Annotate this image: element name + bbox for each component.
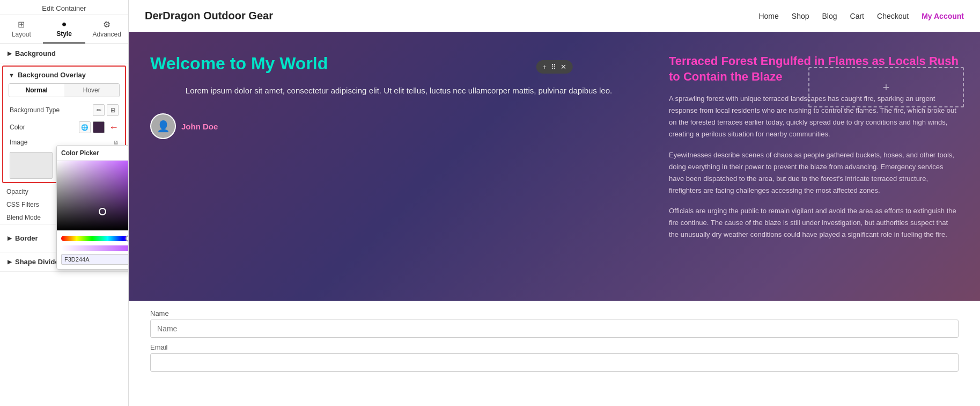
color-globe-btn[interactable]: 🌐 <box>79 121 91 133</box>
background-arrow: ▶ <box>8 50 12 56</box>
bg-type-grid-btn[interactable]: ⊞ <box>107 104 119 116</box>
tab-layout[interactable]: ⊞ Layout <box>0 15 43 44</box>
nav-link-home[interactable]: Home <box>758 12 778 20</box>
hero-section: + ⠿ ✕ + Welcome to My World Lorem ipsum … <box>129 32 980 301</box>
empty-container-plus[interactable]: + <box>883 81 890 95</box>
author-name: John Doe <box>181 122 218 131</box>
advanced-icon: ⚙ <box>85 19 128 30</box>
nav-link-shop[interactable]: Shop <box>792 12 809 20</box>
color-arrow-indicator: ← <box>109 122 119 133</box>
author-avatar: 👤 <box>150 113 176 139</box>
tab-advanced[interactable]: ⚙ Advanced <box>85 15 128 44</box>
email-input[interactable] <box>150 353 959 372</box>
article-body-2: Eyewitnesses describe scenes of chaos as… <box>669 149 959 197</box>
form-section: Name Email <box>129 301 980 406</box>
toolbar-plus[interactable]: + <box>542 63 547 71</box>
bg-type-label: Background Type <box>10 106 93 114</box>
color-label: Color <box>10 124 79 131</box>
monitor-icon: 🖥 <box>113 140 119 146</box>
nav-link-checkout[interactable]: Checkout <box>877 12 909 20</box>
toolbar-close[interactable]: ✕ <box>561 63 566 71</box>
empty-container-box[interactable]: + <box>808 67 964 107</box>
toolbar-move[interactable]: ⠿ <box>551 63 556 71</box>
overlay-arrow: ▼ <box>9 72 14 78</box>
article-body-3: Officials are urging the public to remai… <box>669 205 959 241</box>
color-swatch[interactable] <box>93 121 105 133</box>
hero-left-col: Welcome to My World Lorem ipsum dolor si… <box>150 48 647 285</box>
email-form-group: Email <box>150 343 959 372</box>
name-input[interactable] <box>150 320 959 338</box>
nav-link-myaccount[interactable]: My Account <box>922 12 964 20</box>
cp-alpha-row <box>61 245 129 251</box>
navbar-links: Home Shop Blog Cart Checkout My Account <box>758 12 964 20</box>
cp-hue-row <box>61 234 129 243</box>
cp-hex-row: HEXA RGBA HSLA <box>61 254 129 265</box>
tab-style[interactable]: ● Style <box>43 15 86 44</box>
tab-hover[interactable]: Hover <box>64 84 120 97</box>
background-section: ▶ Background <box>0 44 128 63</box>
navbar-brand: DerDragon Outdoor Gear <box>145 10 758 22</box>
email-label: Email <box>150 343 959 351</box>
opacity-label: Opacity <box>6 188 56 195</box>
name-form-group: Name <box>150 309 959 338</box>
cp-gradient-dark <box>57 161 129 230</box>
cp-hue-thumb[interactable] <box>126 235 129 242</box>
hero-author: 👤 John Doe <box>150 113 647 139</box>
left-panel: Edit Container ⊞ Layout ● Style ⚙ Advanc… <box>0 0 129 406</box>
nav-link-cart[interactable]: Cart <box>850 12 864 20</box>
background-section-header[interactable]: ▶ Background <box>0 44 128 63</box>
cp-header: Color Picker ↺ + 🗑 ✏ <box>57 146 129 161</box>
floating-toolbar: + ⠿ ✕ <box>536 60 573 74</box>
hero-body-text: Lorem ipsum dolor sit amet, consectetur … <box>150 84 647 97</box>
shape-divider-arrow: ▶ <box>8 259 12 265</box>
main-content: DerDragon Outdoor Gear Home Shop Blog Ca… <box>129 0 980 406</box>
cp-gradient[interactable] <box>57 161 129 230</box>
cp-cursor[interactable] <box>99 208 106 215</box>
bg-type-row: Background Type ✏ ⊞ <box>3 102 125 119</box>
nav-link-blog[interactable]: Blog <box>822 12 837 20</box>
navbar: DerDragon Outdoor Gear Home Shop Blog Ca… <box>129 0 980 32</box>
cp-hex-input[interactable] <box>61 254 129 265</box>
normal-hover-tabs: Normal Hover <box>9 83 120 97</box>
image-placeholder <box>10 152 53 179</box>
color-controls: 🌐 ← <box>79 121 119 133</box>
background-overlay-header[interactable]: ▼ Background Overlay <box>3 67 125 83</box>
cp-alpha-slider[interactable] <box>61 245 129 251</box>
layout-icon: ⊞ <box>0 19 43 30</box>
bg-type-controls: ✏ ⊞ <box>93 104 119 116</box>
border-arrow: ▶ <box>8 235 12 241</box>
hero-title: Welcome to My World <box>150 54 647 74</box>
cp-hue-slider[interactable] <box>61 236 129 241</box>
color-picker-popup: Color Picker ↺ + 🗑 ✏ <box>56 145 129 270</box>
name-label: Name <box>150 309 959 317</box>
panel-header: Edit Container <box>0 0 128 15</box>
tab-normal[interactable]: Normal <box>9 84 64 97</box>
panel-tabs: ⊞ Layout ● Style ⚙ Advanced <box>0 15 128 44</box>
style-icon: ● <box>43 19 86 29</box>
color-row: Color 🌐 ← <box>3 119 125 136</box>
bg-type-pen-btn[interactable]: ✏ <box>93 104 105 116</box>
